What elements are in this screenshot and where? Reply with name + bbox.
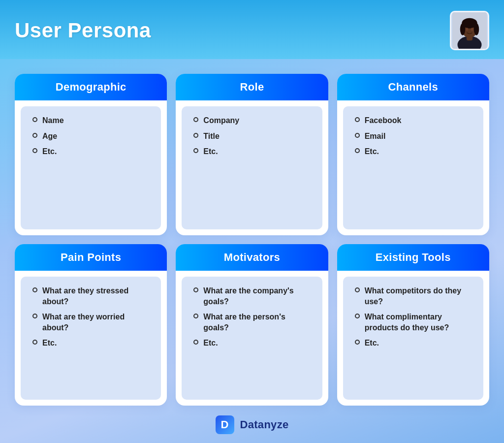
card-body-motivators: What are the company's goals?What are th… <box>182 277 322 400</box>
list-bullet <box>355 340 360 345</box>
card-header-demographic: Demographic <box>15 74 167 100</box>
card-header-existing-tools: Existing Tools <box>337 244 489 271</box>
list-bullet <box>193 340 198 345</box>
datanyze-logo: D <box>216 415 234 434</box>
list-item: Name <box>32 115 151 126</box>
list-item: Title <box>193 131 312 142</box>
cards-row-1: DemographicNameAgeEtc.RoleCompanyTitleEt… <box>15 74 489 235</box>
card-list-demographic: NameAgeEtc. <box>32 115 151 157</box>
list-item-text: Etc. <box>365 338 379 348</box>
svg-point-9 <box>471 28 473 31</box>
card-header-role: Role <box>176 74 328 100</box>
list-item-text: What are they worried about? <box>42 312 151 333</box>
list-bullet <box>355 287 360 292</box>
list-item: Etc. <box>32 338 151 348</box>
list-item: Etc. <box>193 146 312 157</box>
card-body-existing-tools: What competitors do they use?What compli… <box>343 277 483 400</box>
list-item-text: Facebook <box>365 115 402 126</box>
card-body-demographic: NameAgeEtc. <box>21 106 161 229</box>
list-item: Age <box>32 131 151 142</box>
list-bullet <box>355 117 360 122</box>
page-wrapper: User Persona <box>0 0 504 443</box>
card-list-role: CompanyTitleEtc. <box>193 115 312 157</box>
list-item-text: Email <box>365 131 386 142</box>
svg-point-8 <box>466 28 468 31</box>
list-item-text: What are the company's goals? <box>203 285 312 307</box>
list-bullet <box>193 133 198 138</box>
card-demographic: DemographicNameAgeEtc. <box>15 74 167 235</box>
card-body-role: CompanyTitleEtc. <box>182 106 322 229</box>
list-item: What competitors do they use? <box>355 285 473 307</box>
card-header-channels: Channels <box>337 74 489 100</box>
datanyze-logo-letter: D <box>221 418 229 431</box>
list-item: Facebook <box>355 115 473 126</box>
card-title-channels: Channels <box>388 81 438 93</box>
list-item-text: Title <box>203 131 220 142</box>
list-item-text: Name <box>42 115 64 126</box>
header: User Persona <box>0 0 504 59</box>
list-item-text: Age <box>42 131 57 142</box>
card-list-motivators: What are the company's goals?What are th… <box>193 285 312 348</box>
card-role: RoleCompanyTitleEtc. <box>176 74 328 235</box>
card-list-pain-points: What are they stressed about?What are th… <box>32 285 151 348</box>
card-title-role: Role <box>240 81 264 93</box>
list-item-text: Company <box>203 115 239 126</box>
list-item: What complimentary products do they use? <box>355 312 473 333</box>
list-bullet <box>193 117 198 122</box>
page-title: User Persona <box>15 19 151 42</box>
list-item-text: What are they stressed about? <box>42 285 151 307</box>
card-pain-points: Pain PointsWhat are they stressed about?… <box>15 244 167 406</box>
card-existing-tools: Existing ToolsWhat competitors do they u… <box>337 244 489 406</box>
card-body-pain-points: What are they stressed about?What are th… <box>21 277 161 400</box>
svg-point-6 <box>460 23 466 35</box>
list-item-text: What are the person's goals? <box>203 312 312 333</box>
card-title-pain-points: Pain Points <box>61 251 121 263</box>
card-channels: ChannelsFacebookEmailEtc. <box>337 74 489 235</box>
datanyze-brand-name: Datanyze <box>240 418 289 431</box>
list-item: What are the company's goals? <box>193 285 312 307</box>
list-item: What are they worried about? <box>32 312 151 333</box>
list-item: What are the person's goals? <box>193 312 312 333</box>
list-item-text: Etc. <box>365 146 379 157</box>
card-title-motivators: Motivators <box>224 251 280 263</box>
footer: D Datanyze <box>0 411 504 443</box>
list-item-text: Etc. <box>203 146 218 157</box>
list-bullet <box>32 148 37 153</box>
svg-point-7 <box>474 23 479 35</box>
avatar-image <box>452 11 487 50</box>
list-item: Email <box>355 131 473 142</box>
cards-row-2: Pain PointsWhat are they stressed about?… <box>15 244 489 406</box>
card-title-existing-tools: Existing Tools <box>376 251 451 263</box>
card-list-existing-tools: What competitors do they use?What compli… <box>355 285 473 348</box>
list-item: Etc. <box>193 338 312 348</box>
list-item: Etc. <box>32 146 151 157</box>
list-item: Company <box>193 115 312 126</box>
card-header-motivators: Motivators <box>176 244 328 271</box>
list-bullet <box>355 133 360 138</box>
list-bullet <box>32 287 37 292</box>
list-bullet <box>355 314 360 318</box>
card-title-demographic: Demographic <box>56 81 126 93</box>
list-bullet <box>193 314 198 318</box>
list-item-text: What competitors do they use? <box>365 285 473 307</box>
list-bullet <box>355 148 360 153</box>
list-item-text: Etc. <box>42 338 57 348</box>
list-bullet <box>193 287 198 292</box>
list-bullet <box>32 133 37 138</box>
main-content: DemographicNameAgeEtc.RoleCompanyTitleEt… <box>0 59 504 411</box>
list-bullet <box>32 117 37 122</box>
card-motivators: MotivatorsWhat are the company's goals?W… <box>176 244 328 406</box>
list-item: Etc. <box>355 338 473 348</box>
list-bullet <box>32 340 37 345</box>
card-header-pain-points: Pain Points <box>15 244 167 271</box>
list-bullet <box>193 148 198 153</box>
card-body-channels: FacebookEmailEtc. <box>343 106 483 229</box>
list-item: What are they stressed about? <box>32 285 151 307</box>
list-item: Etc. <box>355 146 473 157</box>
list-item-text: What complimentary products do they use? <box>365 312 473 333</box>
list-bullet <box>32 314 37 318</box>
list-item-text: Etc. <box>42 146 57 157</box>
card-list-channels: FacebookEmailEtc. <box>355 115 473 157</box>
avatar <box>450 11 489 50</box>
list-item-text: Etc. <box>203 338 218 348</box>
